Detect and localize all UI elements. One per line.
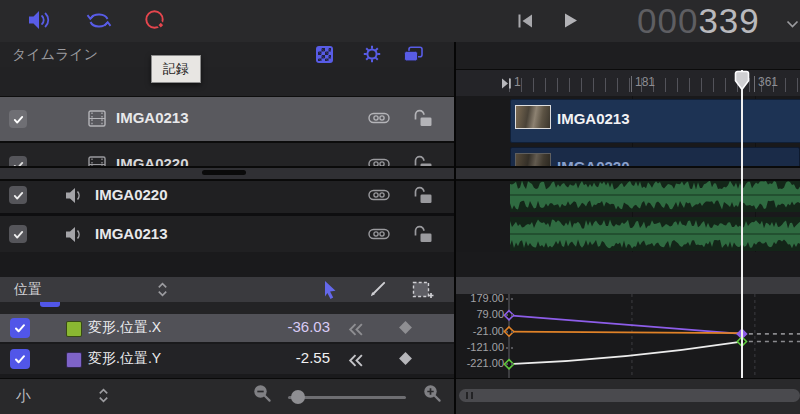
video-clip-2[interactable]: IMGA0220	[510, 147, 800, 166]
marquee-add-tool-button[interactable]	[412, 280, 434, 304]
track-name: IMGA0220	[95, 186, 168, 203]
track-name: IMGA0213	[95, 225, 168, 242]
ruler-major-tick	[631, 76, 632, 92]
cursor-icon	[322, 280, 338, 300]
chevron-down-icon	[786, 15, 799, 33]
track-name: IMGA0213	[116, 109, 189, 126]
link-icon[interactable]	[368, 227, 390, 245]
zoom-in-button[interactable]	[422, 383, 443, 408]
zoom-slider-thumb[interactable]	[291, 390, 305, 404]
splitter-handle[interactable]	[202, 170, 246, 175]
track-row-video-1[interactable]: IMGA0213	[0, 97, 454, 143]
play-icon	[562, 12, 579, 33]
video-clip-1[interactable]: IMGA0213	[510, 99, 800, 143]
track-checkbox[interactable]	[9, 225, 27, 243]
speaker-icon	[64, 226, 86, 247]
scrollbar-grip	[466, 392, 468, 399]
layers-icon	[403, 49, 424, 66]
row-size-label: 小	[16, 387, 31, 406]
audio-waveform-2[interactable]	[510, 217, 800, 251]
double-chevron-left-icon	[347, 354, 364, 367]
record-icon	[143, 8, 168, 37]
speaker-icon	[27, 9, 53, 35]
graph-axis-label: -221.00	[458, 357, 504, 369]
axis-dotted-leader	[506, 314, 513, 316]
render-visibility-button[interactable]	[316, 46, 333, 63]
loop-playback-button[interactable]	[85, 10, 113, 35]
param-row-position-x[interactable]: 変形.位置.X -36.03	[0, 314, 454, 342]
link-icon[interactable]	[368, 188, 390, 206]
record-button[interactable]	[143, 8, 168, 37]
previous-keyframe-button[interactable]	[347, 353, 364, 371]
lock-icon[interactable]	[412, 108, 433, 131]
skip-to-start-icon	[516, 13, 534, 33]
link-icon[interactable]	[368, 157, 390, 166]
check-icon	[12, 189, 25, 202]
panel-title: タイムライン	[12, 46, 98, 64]
track-row-audio-1[interactable]: IMGA0220	[0, 177, 454, 213]
row-size-popup-button[interactable]	[98, 387, 109, 408]
playhead-line[interactable]	[741, 70, 743, 378]
settings-button[interactable]	[363, 45, 381, 67]
param-value[interactable]: -36.03	[287, 318, 330, 335]
footer-bar: 小	[0, 378, 800, 414]
marquee-add-icon	[412, 280, 434, 300]
position-panel-header: 位置	[0, 277, 454, 303]
check-icon	[13, 321, 27, 335]
graph-header-strip	[456, 277, 800, 295]
layers-view-button[interactable]	[403, 46, 424, 67]
ruler-label: 361	[758, 75, 778, 89]
previous-keyframe-button[interactable]	[347, 322, 364, 340]
track-row-audio-2[interactable]: IMGA0213	[0, 216, 454, 252]
panel-divider[interactable]	[454, 42, 456, 414]
lock-icon[interactable]	[412, 224, 433, 247]
timecode-display[interactable]: 000339	[637, 1, 760, 41]
param-value[interactable]: -2.55	[296, 349, 330, 366]
select-tool-button[interactable]	[322, 280, 338, 304]
param-label: 変形.位置.Y	[88, 350, 161, 368]
track-row-video-2[interactable]: IMGA0220	[0, 143, 454, 166]
param-checkbox[interactable]	[10, 318, 30, 338]
pen-tool-button[interactable]	[368, 280, 387, 303]
param-checkbox[interactable]	[10, 349, 30, 369]
go-to-start-button[interactable]	[516, 13, 534, 33]
track-checkbox[interactable]	[9, 156, 27, 166]
add-keyframe-button[interactable]	[398, 320, 413, 339]
keyframe-diamond-icon	[398, 320, 413, 335]
waveform-graphic	[510, 178, 800, 212]
panel-splitter[interactable]	[0, 166, 800, 181]
top-toolbar: 000339	[0, 0, 800, 43]
zoom-out-button[interactable]	[252, 383, 273, 408]
checkerboard-icon	[318, 48, 331, 61]
axis-dotted-leader	[506, 331, 513, 333]
motion-timeline-window: 000339 タイムライン 記録	[0, 0, 800, 414]
zoom-slider-track[interactable]	[288, 396, 406, 399]
pen-icon	[368, 280, 387, 299]
param-row-position-y[interactable]: 変形.位置.Y -2.55	[0, 344, 454, 374]
axis-dotted-leader	[506, 363, 513, 365]
in-point-marker-icon[interactable]	[501, 76, 513, 94]
clip-thumbnail	[515, 105, 551, 129]
graph-horizontal-scrollbar[interactable]	[459, 389, 800, 402]
audio-playback-button[interactable]	[27, 9, 53, 35]
timecode-value: 339	[698, 1, 759, 40]
track-checkbox[interactable]	[9, 186, 27, 204]
param-label: 変形.位置.X	[88, 319, 161, 337]
play-button[interactable]	[562, 12, 579, 33]
lock-icon[interactable]	[412, 154, 433, 166]
parameter-popup-button[interactable]	[157, 281, 168, 302]
playhead-handle[interactable]	[734, 70, 750, 97]
timecode-menu-button[interactable]	[786, 15, 799, 33]
axis-dotted-leader	[506, 347, 513, 349]
add-keyframe-button[interactable]	[398, 351, 413, 370]
track-checkbox[interactable]	[9, 110, 27, 128]
audio-waveform-1[interactable]	[510, 178, 800, 212]
loop-icon	[85, 10, 113, 35]
scrolled-row-fragment	[0, 302, 454, 314]
graph-axis-label: 179.00	[458, 294, 504, 304]
lock-icon[interactable]	[412, 185, 433, 208]
link-icon[interactable]	[368, 111, 390, 129]
keyframe-graph[interactable]: 179.0079.00-21.00-121.00-221.00	[456, 294, 800, 378]
ruler-major-tick	[754, 76, 755, 92]
waveform-graphic	[510, 217, 800, 251]
